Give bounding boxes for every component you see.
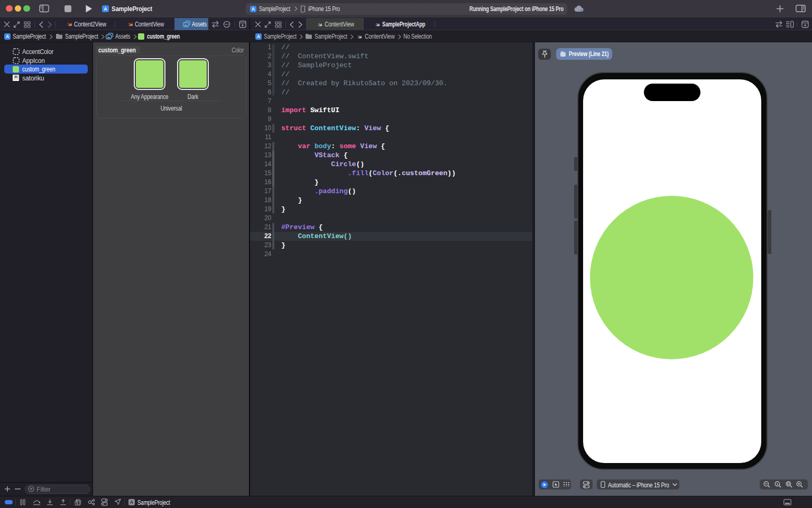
svg-text:A: A (252, 6, 255, 12)
svg-text:A: A (104, 6, 107, 12)
svg-text:A: A (6, 34, 9, 39)
svg-text:A: A (257, 34, 260, 39)
svg-text:1: 1 (776, 482, 778, 485)
svg-text:A: A (130, 500, 133, 505)
